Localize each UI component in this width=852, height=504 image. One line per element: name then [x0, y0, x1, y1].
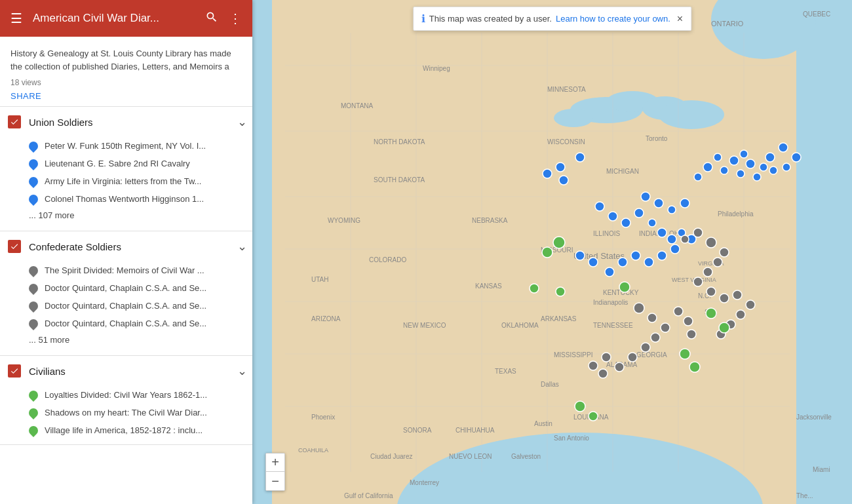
blue-pin-icon — [27, 193, 40, 206]
svg-text:COAHUILA: COAHUILA — [298, 447, 328, 454]
union-checkbox[interactable] — [8, 115, 21, 128]
svg-text:KANSAS: KANSAS — [475, 282, 502, 290]
civilians-section: Civilians ⌄ Loyalties Divided: Civil War… — [0, 356, 252, 445]
svg-text:MONTANA: MONTANA — [341, 102, 374, 109]
item-text: Peter W. Funk 150th Regiment, NY Vol. I.… — [45, 141, 206, 151]
svg-text:Toronto: Toronto — [646, 135, 668, 142]
svg-text:Winnipeg: Winnipeg — [423, 65, 450, 72]
zoom-controls: + − — [265, 453, 285, 491]
sidebar-header: ☰ American Civil War Diar... ⋮ — [0, 0, 252, 37]
zoom-in-button[interactable]: + — [266, 454, 284, 472]
svg-text:NEW MEXICO: NEW MEXICO — [403, 322, 446, 329]
svg-text:The...: The... — [796, 492, 813, 499]
svg-text:Gulf of California: Gulf of California — [344, 492, 393, 499]
gray-pin-icon — [27, 282, 40, 295]
svg-text:MINNESOTA: MINNESOTA — [547, 86, 586, 93]
svg-rect-8 — [252, 0, 272, 504]
svg-text:ARKANSAS: ARKANSAS — [541, 315, 577, 322]
confederate-chevron-icon[interactable]: ⌄ — [237, 239, 247, 254]
item-text: Colonel Thomas Wentworth Higginson 1... — [45, 194, 204, 204]
svg-text:S.C.: S.C. — [705, 309, 717, 316]
union-chevron-icon[interactable]: ⌄ — [237, 115, 247, 129]
svg-text:WISCONSIN: WISCONSIN — [547, 138, 585, 145]
more-options-icon[interactable]: ⋮ — [223, 5, 247, 31]
list-item[interactable]: Loyalties Divided: Civil War Years 1862-… — [0, 386, 252, 404]
search-icon[interactable] — [200, 5, 223, 32]
item-text: Doctor Quintard, Chaplain C.S.A. and Se.… — [45, 283, 206, 293]
confederate-section-header[interactable]: Confederate Soldiers ⌄ — [0, 231, 252, 262]
menu-icon[interactable]: ☰ — [5, 5, 28, 31]
svg-text:Dallas: Dallas — [541, 381, 559, 388]
item-text: The Spirit Divided: Memoirs of Civil War… — [45, 265, 204, 275]
blue-pin-icon — [27, 157, 40, 170]
green-pin-icon — [27, 406, 40, 419]
svg-text:NUEVO LEON: NUEVO LEON — [449, 453, 492, 460]
svg-text:GEORGIA: GEORGIA — [636, 351, 667, 359]
union-section-header[interactable]: Union Soldiers ⌄ — [0, 107, 252, 137]
views-count: 18 views — [10, 78, 242, 87]
svg-text:MISSISSIPPI: MISSISSIPPI — [554, 351, 592, 359]
civilians-chevron-icon[interactable]: ⌄ — [237, 364, 247, 378]
svg-text:OKLAHOMA: OKLAHOMA — [501, 322, 539, 329]
item-text: Loyalties Divided: Civil War Years 1862-… — [45, 390, 207, 400]
map-container[interactable]: ONTARIO QUEBEC MONTANA NORTH DAKOTA SOUT… — [252, 0, 852, 504]
gray-pin-icon — [27, 264, 40, 277]
list-item[interactable]: Peter W. Funk 150th Regiment, NY Vol. I.… — [0, 137, 252, 155]
gray-pin-icon — [27, 300, 40, 313]
item-text: Village life in America, 1852-1872 : inc… — [45, 425, 203, 435]
list-item[interactable]: Doctor Quintard, Chaplain C.S.A. and Se.… — [0, 315, 252, 332]
svg-text:ALABAMA: ALABAMA — [606, 361, 638, 368]
sidebar: ☰ American Civil War Diar... ⋮ History &… — [0, 0, 252, 504]
confederate-soldiers-section: Confederate Soldiers ⌄ The Spirit Divide… — [0, 231, 252, 356]
svg-text:Phoenix: Phoenix — [311, 414, 335, 421]
confederate-section-title: Confederate Soldiers — [29, 241, 237, 252]
civilians-section-header[interactable]: Civilians ⌄ — [0, 356, 252, 386]
svg-text:United States: United States — [573, 251, 625, 261]
svg-text:TENNESSEE: TENNESSEE — [593, 322, 633, 329]
list-item[interactable]: Lieutenant G. E. Sabre 2nd RI Cavalry — [0, 155, 252, 172]
svg-text:CHIHUAHUA: CHIHUAHUA — [455, 427, 495, 434]
svg-text:COLORADO: COLORADO — [369, 256, 406, 263]
list-item[interactable]: Shadows on my heart: The Civil War Diar.… — [0, 404, 252, 421]
svg-text:Galveston: Galveston — [511, 453, 541, 460]
confederate-items-list: The Spirit Divided: Memoirs of Civil War… — [0, 262, 252, 355]
item-text: Doctor Quintard, Chaplain C.S.A. and Se.… — [45, 301, 206, 311]
union-more-link[interactable]: ... 107 more — [0, 208, 252, 225]
list-item[interactable]: Village life in America, 1852-1872 : inc… — [0, 421, 252, 439]
svg-text:Ciudad Juarez: Ciudad Juarez — [370, 453, 412, 460]
list-item[interactable]: Doctor Quintard, Chaplain C.S.A. and Se.… — [0, 297, 252, 315]
list-item[interactable]: The Spirit Divided: Memoirs of Civil War… — [0, 262, 252, 279]
list-item[interactable]: Doctor Quintard, Chaplain C.S.A. and Se.… — [0, 279, 252, 297]
svg-text:VIRGINIA: VIRGINIA — [698, 260, 724, 267]
green-pin-icon — [27, 424, 40, 437]
sidebar-content: History & Genealogy at St. Louis County … — [0, 37, 252, 504]
svg-text:INDIANA: INDIANA — [639, 230, 666, 237]
civilians-checkbox[interactable] — [8, 364, 21, 378]
item-text: Army Life in Virginia: letters from the … — [45, 176, 201, 186]
svg-text:SONORA: SONORA — [403, 427, 432, 434]
share-link[interactable]: SHARE — [10, 91, 242, 101]
info-icon: ℹ — [421, 12, 425, 25]
svg-text:Monterrey: Monterrey — [410, 479, 439, 486]
svg-text:Austin: Austin — [534, 420, 552, 427]
svg-text:MISSOURI: MISSOURI — [541, 246, 573, 254]
confederate-more-link[interactable]: ... 51 more — [0, 332, 252, 350]
list-item[interactable]: Colonel Thomas Wentworth Higginson 1... — [0, 190, 252, 208]
svg-text:N.C.: N.C. — [698, 292, 711, 300]
svg-text:ILLINOIS: ILLINOIS — [593, 230, 620, 237]
svg-text:WEST VIRGINIA: WEST VIRGINIA — [672, 277, 716, 283]
confederate-checkbox[interactable] — [8, 240, 21, 253]
svg-text:TEXAS: TEXAS — [495, 368, 516, 375]
banner-link[interactable]: Learn how to create your own. — [556, 14, 670, 24]
info-banner: ℹ This map was created by a user. Learn … — [413, 7, 691, 31]
zoom-out-button[interactable]: − — [266, 472, 284, 490]
list-item[interactable]: Army Life in Virginia: letters from the … — [0, 172, 252, 190]
banner-text: This map was created by a user. — [429, 14, 552, 24]
svg-text:LOUISIANA: LOUISIANA — [573, 414, 609, 421]
item-text: Doctor Quintard, Chaplain C.S.A. and Se.… — [45, 319, 206, 328]
item-text: Shadows on my heart: The Civil War Diar.… — [45, 408, 207, 417]
union-items-list: Peter W. Funk 150th Regiment, NY Vol. I.… — [0, 137, 252, 231]
svg-text:MICHIGAN: MICHIGAN — [606, 168, 639, 175]
banner-close-button[interactable]: × — [677, 13, 683, 25]
union-section-title: Union Soldiers — [29, 117, 237, 128]
